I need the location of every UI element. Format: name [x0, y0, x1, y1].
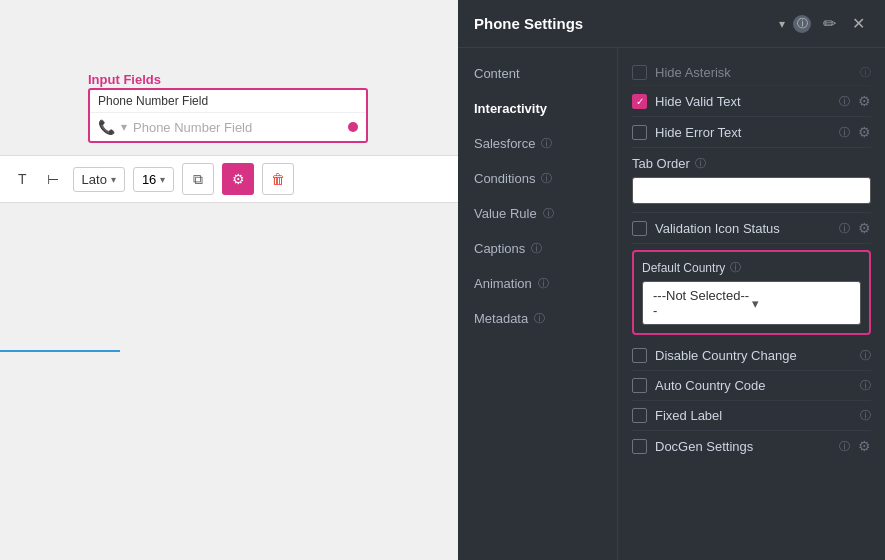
hide-valid-text-checkbox[interactable]: [632, 94, 647, 109]
disable-country-change-info-icon[interactable]: ⓘ: [860, 348, 871, 363]
nav-conditions-info: ⓘ: [541, 171, 552, 186]
auto-country-code-row: Auto Country Code ⓘ: [632, 371, 871, 401]
default-country-label-text: Default Country: [642, 261, 725, 275]
docgen-settings-row: DocGen Settings ⓘ ⚙: [632, 431, 871, 461]
phone-placeholder-text: Phone Number Field: [133, 120, 342, 135]
nav-conditions-label: Conditions: [474, 171, 535, 186]
nav-metadata-label: Metadata: [474, 311, 528, 326]
nav-interactivity-label: Interactivity: [474, 101, 547, 116]
canvas-area: Input Fields Phone Number Field 📞 ▾ Phon…: [0, 0, 460, 560]
font-family-chevron: ▾: [111, 174, 116, 185]
nav-content-label: Content: [474, 66, 520, 81]
fixed-label-label: Fixed Label: [655, 408, 852, 423]
link-button[interactable]: ⧉: [182, 163, 214, 195]
fixed-label-row: Fixed Label ⓘ: [632, 401, 871, 431]
phone-divider: ▾: [121, 120, 127, 134]
nav-salesforce-info: ⓘ: [541, 136, 552, 151]
nav-metadata-info: ⓘ: [534, 311, 545, 326]
hide-error-text-info-icon[interactable]: ⓘ: [839, 125, 850, 140]
panel-close-icon[interactable]: ✕: [848, 12, 869, 35]
nav-item-conditions[interactable]: Conditions ⓘ: [458, 161, 617, 196]
nav-item-content[interactable]: Content: [458, 56, 617, 91]
panel-info-badge[interactable]: ⓘ: [793, 15, 811, 33]
fixed-label-checkbox[interactable]: [632, 408, 647, 423]
fixed-label-info-icon[interactable]: ⓘ: [860, 408, 871, 423]
auto-country-code-label: Auto Country Code: [655, 378, 852, 393]
default-country-value: ---Not Selected---: [653, 288, 752, 318]
disable-country-change-checkbox[interactable]: [632, 348, 647, 363]
font-size-value: 16: [142, 172, 156, 187]
default-country-chevron-icon: ▾: [752, 296, 851, 311]
auto-country-code-info-icon[interactable]: ⓘ: [860, 378, 871, 393]
phone-field-input[interactable]: 📞 ▾ Phone Number Field: [90, 113, 366, 141]
nav-captions-label: Captions: [474, 241, 525, 256]
hide-error-text-gear-icon[interactable]: ⚙: [858, 124, 871, 140]
phone-field-container: Phone Number Field 📞 ▾ Phone Number Fiel…: [88, 88, 368, 143]
hide-valid-text-gear-icon[interactable]: ⚙: [858, 93, 871, 109]
hide-error-text-row: Hide Error Text ⓘ ⚙: [632, 117, 871, 148]
right-panel: Phone Settings ▾ ⓘ ✏ ✕ Content Interacti…: [458, 0, 885, 560]
nav-value-rule-label: Value Rule: [474, 206, 537, 221]
default-country-label: Default Country ⓘ: [642, 260, 861, 275]
nav-value-rule-info: ⓘ: [543, 206, 554, 221]
phone-field-label: Phone Number Field: [90, 90, 366, 113]
nav-item-animation[interactable]: Animation ⓘ: [458, 266, 617, 301]
default-country-section: Default Country ⓘ ---Not Selected--- ▾: [632, 250, 871, 335]
docgen-settings-gear-icon[interactable]: ⚙: [858, 438, 871, 454]
font-family-select[interactable]: Lato ▾: [73, 167, 125, 192]
input-fields-label: Input Fields: [88, 72, 161, 87]
validation-icon-row: Validation Icon Status ⓘ ⚙: [632, 213, 871, 244]
panel-header: Phone Settings ▾ ⓘ ✏ ✕: [458, 0, 885, 48]
hide-valid-text-row: Hide Valid Text ⓘ ⚙: [632, 86, 871, 117]
default-country-select[interactable]: ---Not Selected--- ▾: [642, 281, 861, 325]
validation-icon-checkbox[interactable]: [632, 221, 647, 236]
validation-icon-gear-icon[interactable]: ⚙: [858, 220, 871, 236]
settings-button[interactable]: ⚙: [222, 163, 254, 195]
settings-pane: Hide Asterisk ⓘ Hide Valid Text ⓘ ⚙ Hide…: [618, 48, 885, 560]
text-format-button[interactable]: T: [12, 167, 33, 191]
font-size-chevron: ▾: [160, 174, 165, 185]
nav-item-value-rule[interactable]: Value Rule ⓘ: [458, 196, 617, 231]
font-size-select[interactable]: 16 ▾: [133, 167, 174, 192]
tab-order-input[interactable]: [632, 177, 871, 204]
indent-button[interactable]: ⊢: [41, 167, 65, 191]
nav-item-salesforce[interactable]: Salesforce ⓘ: [458, 126, 617, 161]
nav-item-captions[interactable]: Captions ⓘ: [458, 231, 617, 266]
default-country-info-icon[interactable]: ⓘ: [730, 260, 741, 275]
blue-accent-line: [0, 350, 120, 352]
nav-animation-label: Animation: [474, 276, 532, 291]
hide-valid-text-label: Hide Valid Text: [655, 94, 831, 109]
panel-edit-icon[interactable]: ✏: [819, 12, 840, 35]
disable-country-change-label: Disable Country Change: [655, 348, 852, 363]
tab-order-label-text: Tab Order: [632, 156, 690, 171]
validation-icon-info-icon[interactable]: ⓘ: [839, 221, 850, 236]
phone-dot-indicator: [348, 122, 358, 132]
hide-asterisk-info-icon[interactable]: ⓘ: [860, 65, 871, 80]
font-family-value: Lato: [82, 172, 107, 187]
toolbar: T ⊢ Lato ▾ 16 ▾ ⧉ ⚙ 🗑: [0, 155, 460, 203]
validation-icon-label: Validation Icon Status: [655, 221, 831, 236]
nav-item-metadata[interactable]: Metadata ⓘ: [458, 301, 617, 336]
tab-order-label: Tab Order ⓘ: [632, 156, 871, 171]
phone-flag-icon: 📞: [98, 119, 115, 135]
nav-animation-info: ⓘ: [538, 276, 549, 291]
hide-asterisk-label: Hide Asterisk: [655, 65, 852, 80]
panel-title: Phone Settings: [474, 15, 771, 32]
disable-country-change-row: Disable Country Change ⓘ: [632, 341, 871, 371]
tab-order-info-icon[interactable]: ⓘ: [695, 156, 706, 171]
hide-error-text-checkbox[interactable]: [632, 125, 647, 140]
hide-asterisk-checkbox[interactable]: [632, 65, 647, 80]
panel-body: Content Interactivity Salesforce ⓘ Condi…: [458, 48, 885, 560]
panel-chevron-icon[interactable]: ▾: [779, 17, 785, 31]
docgen-settings-label: DocGen Settings: [655, 439, 831, 454]
nav-item-interactivity[interactable]: Interactivity: [458, 91, 617, 126]
left-nav: Content Interactivity Salesforce ⓘ Condi…: [458, 48, 618, 560]
hide-valid-text-info-icon[interactable]: ⓘ: [839, 94, 850, 109]
hide-asterisk-row: Hide Asterisk ⓘ: [632, 58, 871, 86]
docgen-settings-info-icon[interactable]: ⓘ: [839, 439, 850, 454]
delete-button[interactable]: 🗑: [262, 163, 294, 195]
docgen-settings-checkbox[interactable]: [632, 439, 647, 454]
nav-salesforce-label: Salesforce: [474, 136, 535, 151]
auto-country-code-checkbox[interactable]: [632, 378, 647, 393]
hide-error-text-label: Hide Error Text: [655, 125, 831, 140]
